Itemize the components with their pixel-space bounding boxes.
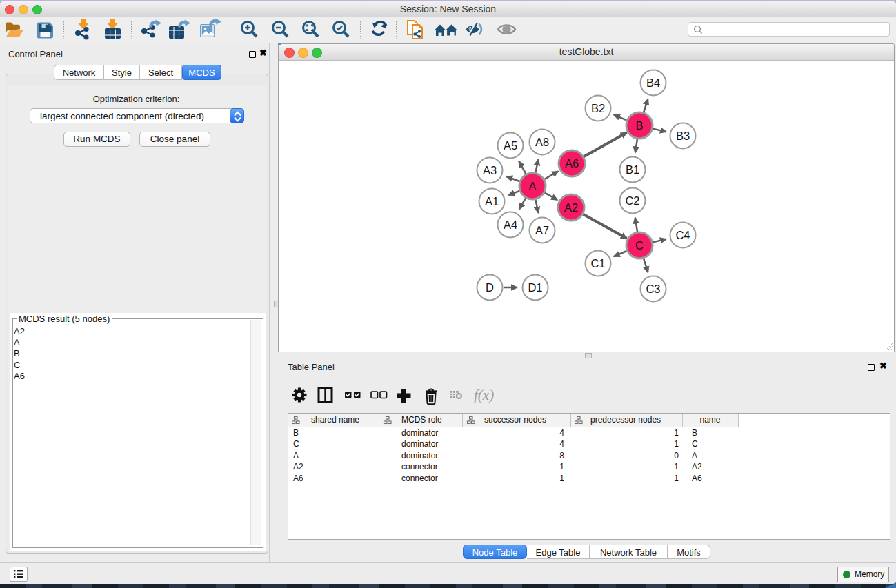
svg-text:D: D [486, 281, 494, 294]
svg-text:D1: D1 [528, 281, 542, 294]
svg-text:B: B [635, 119, 643, 132]
svg-text:C1: C1 [590, 257, 605, 270]
svg-text:A1: A1 [485, 195, 499, 207]
svg-text:B2: B2 [591, 102, 605, 114]
svg-text:A6: A6 [565, 157, 579, 170]
svg-text:A5: A5 [504, 139, 517, 152]
svg-text:A2: A2 [564, 201, 578, 214]
svg-text:C4: C4 [675, 229, 690, 241]
svg-text:A8: A8 [535, 136, 549, 148]
svg-text:C2: C2 [625, 194, 639, 207]
svg-text:f(x): f(x) [474, 387, 494, 403]
svg-text:A3: A3 [483, 164, 497, 176]
svg-text:A7: A7 [535, 224, 549, 236]
svg-text:A4: A4 [504, 219, 517, 231]
svg-text:B1: B1 [626, 163, 639, 176]
svg-text:B3: B3 [676, 130, 690, 142]
svg-text:A: A [528, 180, 536, 192]
svg-text:C: C [635, 239, 644, 252]
svg-text:C3: C3 [646, 283, 660, 295]
svg-text:B4: B4 [646, 77, 660, 89]
